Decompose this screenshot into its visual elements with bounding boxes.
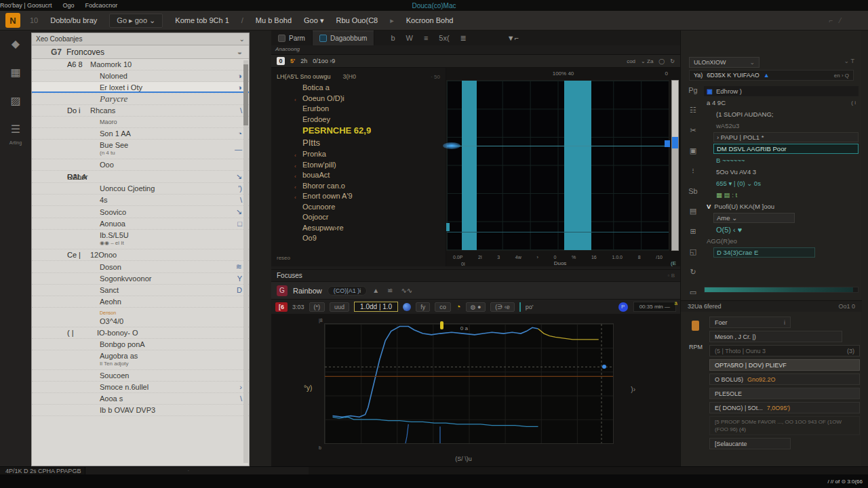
view-toolbar-right-item[interactable]: cod	[627, 58, 635, 64]
system-tray[interactable]: / // of ⊙ 3:0(66	[827, 479, 863, 485]
tree-item[interactable]: Bonbgo ponA	[32, 339, 249, 350]
view-toolbar-item[interactable]: 0/1oo ›9	[313, 58, 335, 64]
panel-strip-icon[interactable]: ▭	[685, 288, 701, 297]
panel-strip-icon[interactable]: ✂	[685, 126, 701, 135]
tree-item[interactable]: Aooa s \	[32, 393, 249, 405]
scrollbar-thumb[interactable]	[243, 64, 248, 125]
property-field[interactable]: [Selaucante	[709, 438, 791, 449]
parameter-item[interactable]: Erurbon	[302, 104, 446, 115]
parameter-item[interactable]: ‹ Etonw'pill)	[302, 160, 446, 171]
item-action-icon[interactable]: ≋	[236, 262, 242, 271]
tree-item[interactable]: Noloned ◑	[32, 70, 249, 82]
tree-item[interactable]: Ce | 12Onoo	[32, 249, 249, 261]
strip-tool-icon[interactable]: ☰	[9, 123, 22, 136]
tree-item[interactable]: Soovico ↘	[32, 206, 249, 218]
hierarchy-item[interactable]: a 4 9C ( i	[704, 98, 859, 108]
toolbar-item[interactable]: Dobto/bu bray	[50, 16, 97, 24]
panel-strip-icon[interactable]: Pg	[685, 86, 701, 94]
titlebar-menu-item[interactable]: Roo'bay | Goosucrt	[0, 2, 52, 9]
chevron-down-icon[interactable]: ⌄	[239, 35, 245, 43]
tree-item[interactable]: Sanct D	[32, 285, 249, 296]
view-toolbar-item[interactable]: 2h	[300, 58, 307, 64]
tree-item[interactable]: A6 8 Maomork 10	[32, 59, 249, 70]
parameter-item[interactable]: Ocunoore	[302, 202, 446, 213]
hierarchy-item[interactable]: V Puofi(U) KKA(M ]oou	[704, 201, 859, 211]
tree-item[interactable]: Do i Rhcans \	[32, 105, 249, 117]
tree-item[interactable]: Augobra as Il Ten adjoty	[32, 350, 249, 370]
tree-item[interactable]: Er loxet i Oty ◑	[32, 82, 249, 94]
parameter-item[interactable]: ‹ Pronka	[302, 149, 446, 160]
toolbar-item[interactable]: Goo ▾	[304, 16, 323, 25]
bottom-panel-header[interactable]: Focuses ▫ B	[271, 269, 680, 281]
clip-name[interactable]: Rainbow	[293, 287, 322, 295]
transport-button[interactable]: [6	[275, 302, 288, 312]
toolbar-right-icon[interactable]: ⁄	[840, 17, 841, 24]
parameter-item[interactable]: Oojoocr	[302, 212, 446, 223]
item-action-icon[interactable]: □	[237, 220, 242, 228]
parameter-item[interactable]: Aesupww›re	[302, 223, 446, 234]
hierarchy-item[interactable]: ▦ ▤ : t	[713, 190, 859, 200]
property-field[interactable]: (5 | Thoto | Ounu 3 (3)	[709, 345, 860, 357]
panel-strip-icon[interactable]: ⁝	[685, 167, 701, 176]
toolbar-right-icon[interactable]: ⌐	[829, 17, 833, 24]
hierarchy-item[interactable]: wA52u3	[713, 121, 859, 131]
property-field[interactable]: O BOLU5) Gno92.2O	[709, 373, 860, 385]
panel-strip-icon[interactable]: ▤	[685, 207, 701, 216]
clip-tool-icon[interactable]: ▲	[372, 287, 379, 294]
browser-panel-tab[interactable]: Xeo Coobanjes ⌄	[32, 33, 249, 45]
browser-scrollbar[interactable]	[243, 60, 248, 463]
strip-tool-icon[interactable]: ▦	[9, 66, 22, 79]
spectrogram-plot[interactable]	[446, 80, 669, 251]
item-action-icon[interactable]: Y	[237, 274, 242, 283]
property-field[interactable]: E( DONG) | 5Ot... 7,0O95')	[709, 402, 860, 413]
editor-tab[interactable]: Dagaobbum	[313, 30, 374, 45]
tree-item[interactable]: RALA O2hor ↘	[32, 171, 249, 183]
tree-item[interactable]: 4s \	[32, 195, 249, 206]
hierarchy-item[interactable]: 655 ▾ | (0) ⌄ 0s	[713, 178, 859, 188]
transport-button[interactable]: (*)	[309, 302, 326, 312]
transport-button[interactable]: uud	[330, 302, 349, 312]
item-action-icon[interactable]: ›	[239, 383, 242, 391]
toolbar-item[interactable]: Rbu Ouo(C8	[336, 16, 378, 24]
tree-item[interactable]: Bue See (n 4 tu —	[32, 140, 249, 159]
transport-button[interactable]: 3:03	[292, 304, 304, 310]
tree-item[interactable]: Soucoen	[32, 370, 249, 382]
property-field[interactable]: Foer i	[709, 317, 791, 328]
titlebar-menu-item[interactable]: Fodcaocnor	[85, 2, 118, 9]
view-toolbar-right-item[interactable]: ⌄ Za	[641, 58, 653, 64]
parameter-item[interactable]: ‹ Bhoror can.o	[302, 181, 446, 192]
view-toolbar-right-item[interactable]: ◯	[658, 58, 665, 64]
strip-tool-icon[interactable]: ◆	[9, 37, 22, 51]
parameter-item[interactable]: PESRNCHE 62,9	[302, 125, 446, 137]
transport-button[interactable]: (∋ ‹e	[490, 302, 514, 312]
properties-section-header[interactable]: 32Ua 6fered Oo1 0	[681, 300, 862, 312]
transport-button[interactable]: |	[519, 302, 521, 312]
hierarchy-item[interactable]: Ame ⌄	[713, 213, 795, 223]
property-field[interactable]: [5 PROOF 5OMe FAVOR ..., OO 1OO 943 OF (…	[709, 416, 860, 435]
toolbar-item[interactable]: ▸	[390, 16, 394, 25]
tree-item[interactable]: Parycre	[32, 94, 249, 105]
transport-right-button[interactable]: P	[618, 302, 628, 312]
transport-right-button[interactable]: 00:35 min —	[633, 302, 676, 312]
hierarchy-item[interactable]: O(5) ‹ ♥	[713, 224, 859, 235]
filter-right-icons[interactable]: en › Q	[834, 73, 849, 79]
app-logo[interactable]: N	[5, 13, 20, 28]
tree-item[interactable]: Uoncou Cjoeting ')	[32, 183, 249, 195]
property-field[interactable]: PLE5OLE	[709, 388, 860, 399]
hierarchy-item[interactable]: D 34(3)Crae E	[713, 247, 815, 258]
item-action-icon[interactable]: ↘	[236, 172, 242, 181]
hierarchy-item[interactable]: ▣ Edhrow )	[704, 86, 859, 96]
tree-item[interactable]: Doson ≋	[32, 261, 249, 273]
filter-tool-icon[interactable]: ▼⌐	[507, 34, 519, 42]
parameter-item[interactable]: ‹ bouaAct	[302, 170, 446, 181]
editor-tool-icon[interactable]: 5x(	[439, 34, 449, 43]
item-action-icon[interactable]: ↘	[236, 207, 242, 216]
item-action-icon[interactable]: ◑	[237, 72, 242, 80]
item-action-icon[interactable]: \	[240, 106, 242, 115]
item-action-icon[interactable]: —	[235, 145, 242, 153]
transport-button[interactable]: 1.0dd | 1.0	[354, 302, 398, 312]
hierarchy-item[interactable]: B ~~~~~~	[713, 155, 859, 165]
hierarchy-item[interactable]: 5Oo Vu AV4 3	[713, 167, 859, 177]
curve-plot[interactable]: 0 a	[324, 323, 614, 444]
property-field[interactable]: OPTA5RO | DOV) PLIEVF	[709, 359, 860, 371]
